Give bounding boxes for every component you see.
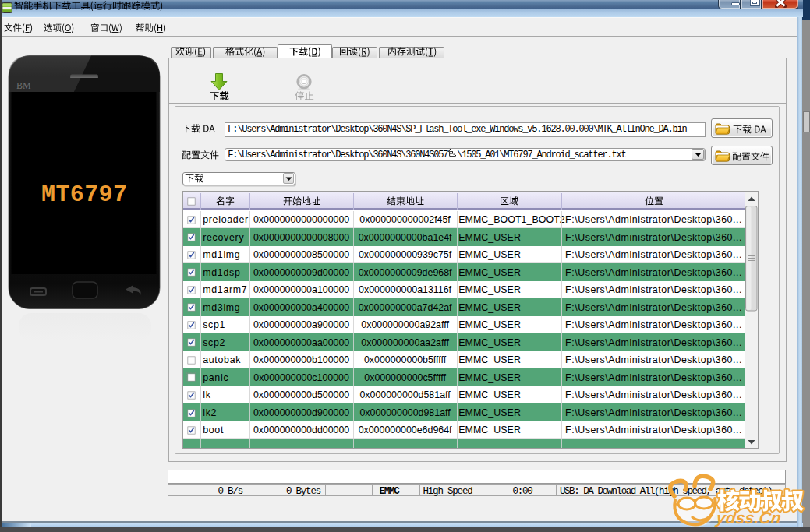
svg-text:BM: BM bbox=[16, 80, 31, 91]
svg-text:MT6797: MT6797 bbox=[41, 181, 127, 208]
